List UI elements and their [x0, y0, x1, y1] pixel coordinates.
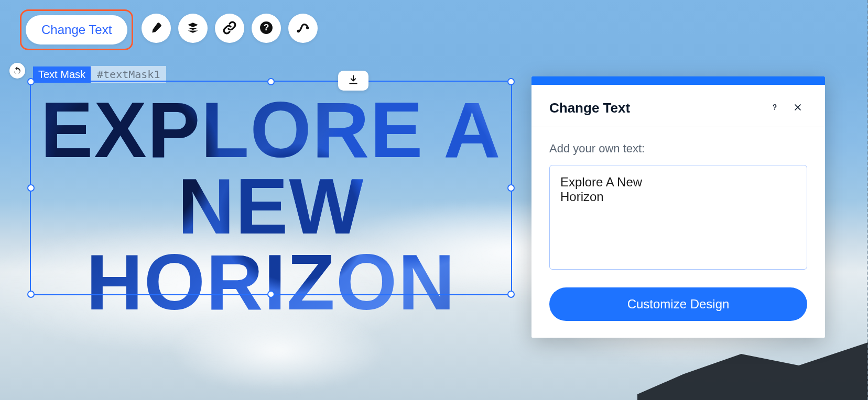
resize-handle-br[interactable] [507, 291, 515, 298]
link-icon [223, 21, 236, 36]
curve-icon [296, 21, 310, 36]
svg-text:?: ? [264, 22, 269, 32]
selection-box[interactable] [30, 81, 512, 295]
help-button[interactable]: ? [252, 14, 281, 43]
design-brush-button[interactable] [142, 14, 171, 43]
path-button[interactable] [288, 14, 318, 43]
resize-handle-b[interactable] [267, 291, 275, 298]
panel-help-button[interactable] [765, 98, 784, 117]
panel-title: Change Text [549, 100, 761, 116]
download-element-button[interactable] [338, 71, 368, 91]
change-text-panel: Change Text Add your own text: Customize… [531, 76, 825, 338]
customize-design-button[interactable]: Customize Design [549, 287, 807, 321]
resize-handle-l[interactable] [27, 184, 35, 192]
animation-button[interactable] [178, 14, 208, 43]
resize-handle-t[interactable] [267, 78, 275, 85]
undo-button[interactable] [9, 63, 25, 79]
help-icon: ? [259, 21, 273, 36]
panel-header: Change Text [531, 85, 825, 127]
brush-icon [149, 21, 163, 36]
stack-icon [186, 21, 200, 36]
resize-handle-tl[interactable] [27, 78, 35, 85]
resize-handle-bl[interactable] [27, 291, 35, 298]
toolbar-icon-row: ? [142, 14, 318, 43]
close-icon [793, 102, 803, 114]
svg-point-3 [306, 26, 309, 29]
link-button[interactable] [215, 14, 244, 43]
text-input-label: Add your own text: [549, 142, 807, 155]
panel-accent-bar [531, 76, 825, 85]
help-icon [769, 102, 780, 114]
download-icon [348, 74, 359, 87]
resize-handle-r[interactable] [507, 184, 515, 192]
undo-icon [13, 66, 21, 76]
panel-close-button[interactable] [788, 98, 807, 117]
toolbar-highlight-box: Change Text [20, 9, 133, 50]
element-type-label: Text Mask [33, 66, 91, 83]
text-input[interactable] [549, 165, 807, 270]
svg-point-2 [297, 29, 300, 32]
resize-handle-tr[interactable] [507, 78, 515, 85]
change-text-button[interactable]: Change Text [26, 15, 127, 45]
